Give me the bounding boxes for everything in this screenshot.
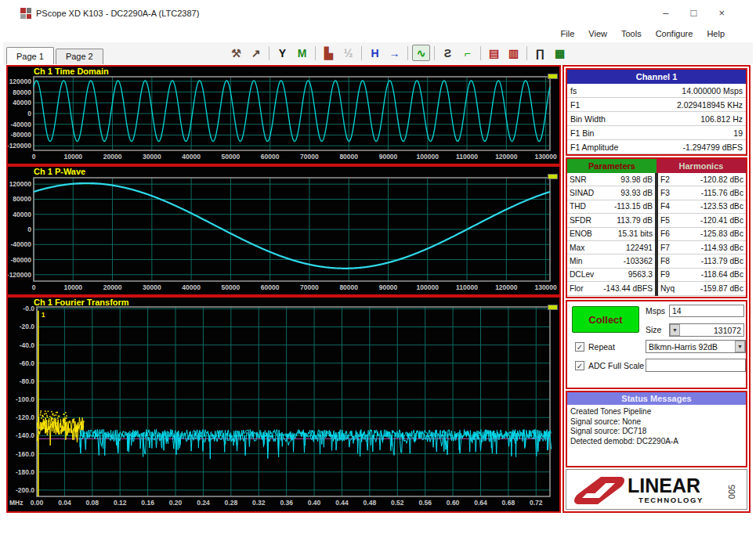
window-dropdown-arrow-icon[interactable]: ▼ [735, 341, 745, 352]
measure-tools-icon[interactable]: ⚒ [227, 45, 245, 61]
parameter-row-value: 122491 [626, 244, 653, 252]
close-button[interactable]: × [718, 8, 725, 19]
maximize-button[interactable]: □ [691, 8, 697, 19]
p-wave-chart[interactable]: 12000080000400000-40000-80000-1200000100… [6, 165, 561, 296]
device-b-icon[interactable]: ▥ [505, 45, 523, 61]
time-domain-chart[interactable]: 12000080000400000-40000-80000-1200000100… [6, 65, 561, 165]
parameter-row-value: 113.79 dB [617, 216, 653, 225]
harmonic-row-label: F8 [660, 257, 670, 265]
parameters-table: SNR93.98 dBSINAD93.93 dBTHD-113.15 dBSFD… [567, 173, 655, 296]
histogram-icon[interactable]: ▙ [320, 45, 338, 61]
p-wave-plot[interactable]: 12000080000400000-40000-80000-1200000100… [8, 167, 559, 294]
harmonic-row: Nyq-159.87 dBc [658, 282, 746, 295]
fourier-transform-chart[interactable]: -0.0-20.0-40.0-60.0-80.0-100.0-120.0-140… [6, 296, 561, 513]
channel-info-row-label: fs [570, 86, 577, 96]
svg-text:0.28: 0.28 [225, 499, 238, 507]
repeat-checkbox[interactable] [575, 342, 584, 352]
parameter-row: ENOB15.31 bits [567, 228, 655, 241]
time-domain-title: Ch 1 Time Domain [34, 67, 109, 76]
channel-info-row: fs14.000000 Msps [567, 84, 746, 98]
fourier-transform-title: Ch 1 Fourier Transform [34, 298, 129, 307]
svg-text:-100.0: -100.0 [16, 395, 34, 403]
toolbar-separator [361, 46, 362, 60]
harmonic-row: F2-120.82 dBc [658, 173, 746, 186]
menu-configure[interactable]: Configure [656, 29, 693, 38]
svg-text:-200.0: -200.0 [16, 486, 34, 494]
screenshot-icon[interactable]: ▩ [551, 45, 569, 61]
average-run-icon[interactable]: → [385, 45, 403, 61]
harmonic-row-value: -123.53 dBc [700, 202, 743, 211]
title-bar: PScope XD K103 - DC2290A-A (LTC2387) – □… [0, 0, 756, 27]
svg-text:40000: 40000 [13, 211, 31, 218]
size-value: 131072 [680, 326, 743, 335]
channel-info-row-label: Bin Width [570, 114, 606, 124]
minimize-button[interactable]: – [663, 8, 668, 19]
average-hold-icon[interactable]: H [366, 45, 384, 61]
parameter-row: Flor-143.44 dBFS [567, 282, 655, 295]
logo: LINEAR TECHNOLOGY [566, 469, 747, 510]
parameter-row: SINAD93.93 dB [567, 186, 655, 200]
tab-page-1[interactable]: Page 1 [6, 47, 54, 64]
window-function-icon[interactable]: M [293, 45, 311, 61]
parameter-row-value: 15.31 bits [618, 229, 653, 238]
svg-text:-120000: -120000 [8, 142, 31, 150]
adc-full-scale-checkbox[interactable] [575, 361, 584, 370]
p-wave-title: Ch 1 P-Wave [34, 167, 85, 176]
pulse-icon[interactable]: ∏ [531, 45, 549, 61]
parameter-row-label: Max [570, 244, 584, 252]
svg-text:0.68: 0.68 [502, 499, 515, 507]
loop-icon[interactable]: Ƨ [439, 45, 457, 61]
menu-help[interactable]: Help [707, 29, 725, 38]
menu-file[interactable]: File [561, 29, 575, 38]
svg-text:0: 0 [32, 153, 36, 161]
filter-y-icon[interactable]: Y [273, 45, 291, 61]
adc-full-scale-input[interactable] [646, 359, 746, 372]
status-line: Detected demobd: DC2290A-A [570, 437, 743, 447]
time-domain-plot[interactable]: 12000080000400000-40000-80000-1200000100… [8, 67, 559, 164]
channel-info-row-value: -1.294799 dBFS [683, 143, 743, 152]
cursor-arrow-icon[interactable]: ↗ [247, 45, 265, 61]
size-label: Size [646, 325, 661, 334]
phase-plot-icon[interactable]: ½ [339, 45, 357, 61]
harmonic-row-label: Nyq [660, 284, 675, 293]
channel-info-row-label: F1 [570, 100, 580, 110]
svg-text:-40000: -40000 [11, 240, 32, 248]
harmonic-row-value: -115.76 dBc [701, 189, 743, 197]
device-a-icon[interactable]: ▤ [485, 45, 503, 61]
collect-button[interactable]: Collect [572, 306, 639, 333]
harmonic-row-value: -120.82 dBc [700, 175, 743, 184]
parameter-row-value: 93.98 dB [620, 175, 653, 184]
parameter-row: SNR93.98 dB [567, 173, 655, 186]
harmonic-row-value: -114.93 dBc [701, 244, 743, 252]
harmonic-row-label: F2 [660, 175, 670, 184]
svg-text:90000: 90000 [379, 153, 398, 161]
svg-text:80000: 80000 [13, 88, 31, 96]
size-dropdown-arrow-icon[interactable]: ▼ [670, 324, 680, 336]
svg-text:0.32: 0.32 [252, 499, 266, 507]
svg-text:-180.0: -180.0 [16, 468, 34, 476]
parameter-row: Max122491 [567, 241, 655, 254]
svg-text:-60.0: -60.0 [20, 359, 35, 367]
svg-text:0.36: 0.36 [280, 499, 293, 507]
svg-text:30000: 30000 [143, 283, 161, 291]
parameter-row-label: SNR [570, 175, 587, 184]
toolbar-separator [315, 46, 316, 60]
menu-tools[interactable]: Tools [621, 29, 642, 38]
svg-text:-80000: -80000 [11, 256, 32, 264]
harmonic-row-label: F3 [660, 189, 670, 197]
window-combo[interactable]: Blkmn-Harris 92dB ▼ [646, 340, 746, 353]
tab-page-2[interactable]: Page 2 [56, 49, 103, 64]
harmonics-header: Harmonics [657, 159, 746, 173]
svg-text:50000: 50000 [222, 283, 241, 291]
trace-icon[interactable]: ⌐ [458, 45, 476, 61]
svg-text:0.52: 0.52 [391, 499, 404, 507]
fourier-transform-plot[interactable]: -0.0-20.0-40.0-60.0-80.0-100.0-120.0-140… [8, 298, 559, 511]
msps-input[interactable] [669, 305, 744, 317]
svg-text:120000: 120000 [9, 78, 32, 85]
svg-text:0.56: 0.56 [418, 499, 432, 507]
menu-view[interactable]: View [588, 29, 607, 38]
size-combo[interactable]: ▼ 131072 [669, 323, 744, 337]
adc-full-scale-label: ADC Full Scale [588, 361, 644, 370]
harmonic-row-value: -125.83 dBc [700, 229, 743, 238]
wave-mode-icon[interactable]: ∿ [412, 45, 430, 61]
